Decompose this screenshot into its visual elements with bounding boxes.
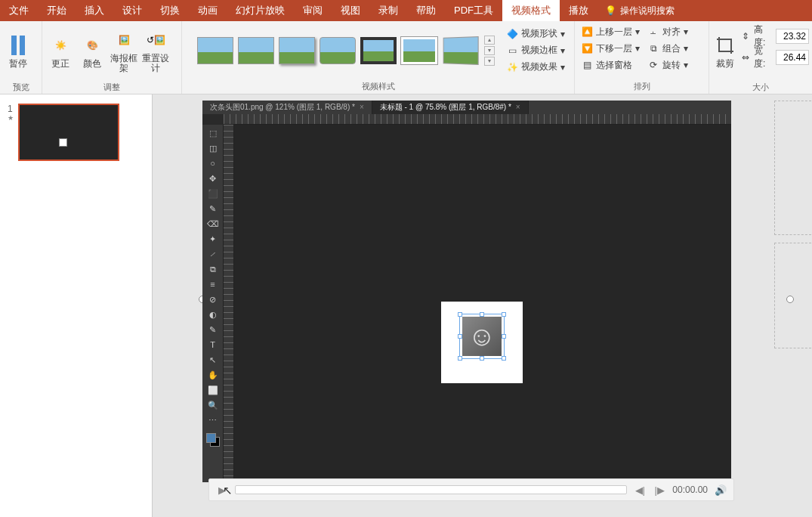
ps-tool-hand[interactable]: ✋ bbox=[205, 368, 221, 382]
ps-canvas[interactable] bbox=[234, 125, 731, 482]
ps-tool-text[interactable]: T bbox=[205, 338, 221, 351]
style-thumb-5[interactable] bbox=[360, 37, 397, 64]
slide-thumbnail-1[interactable] bbox=[18, 104, 119, 161]
ps-tool-pen[interactable]: ✎ bbox=[205, 323, 221, 336]
menu-home[interactable]: 开始 bbox=[38, 0, 76, 21]
style-thumb-1[interactable] bbox=[197, 37, 233, 64]
placeholder-box[interactable] bbox=[774, 243, 812, 348]
ps-tab-bar: 次条头图01.png @ 121% (图层 1, RGB/8) *× 未标题 -… bbox=[202, 101, 731, 114]
menu-transition[interactable]: 切换 bbox=[151, 0, 189, 21]
send-backward-button[interactable]: 🔽 下移一层▾ bbox=[578, 40, 643, 57]
style-thumb-6[interactable] bbox=[401, 37, 437, 64]
tell-me-search[interactable]: 💡 操作说明搜索 bbox=[597, 5, 682, 17]
dropdown-icon: ▾ bbox=[560, 45, 565, 56]
dropdown-icon: ▾ bbox=[560, 62, 565, 73]
ps-tool-blur[interactable]: ◐ bbox=[205, 308, 221, 321]
svg-rect-0 bbox=[11, 36, 17, 55]
ps-tool-crop[interactable]: ⬛ bbox=[205, 187, 221, 200]
ps-tab-2[interactable]: 未标题 - 1 @ 75.8% (图层 1, RGB/8#) *× bbox=[372, 101, 529, 114]
ps-tool-marquee[interactable]: ◫ bbox=[205, 141, 221, 155]
pause-button[interactable]: 暂停 bbox=[3, 23, 33, 78]
dropdown-icon: ▾ bbox=[684, 26, 688, 37]
menu-file[interactable]: 文件 bbox=[0, 0, 38, 21]
menu-help[interactable]: 帮助 bbox=[407, 0, 445, 21]
resize-handle-right[interactable] bbox=[786, 296, 794, 303]
ps-tool-move[interactable]: ⬚ bbox=[205, 126, 221, 140]
group-label-size: 大小 bbox=[709, 80, 812, 94]
menu-insert[interactable]: 插入 bbox=[76, 0, 113, 21]
workspace: 1 ★ 次条头图01.png @ 121% (图层 1, RGB/8) *× 未… bbox=[0, 94, 812, 517]
ps-tool-zoom[interactable]: 🔍 bbox=[205, 398, 221, 412]
close-icon[interactable]: × bbox=[516, 103, 520, 111]
style-thumb-2[interactable] bbox=[238, 37, 274, 64]
corrections-button[interactable]: ☀️ 更正 bbox=[45, 23, 76, 78]
group-button[interactable]: ⧉ 组合▾ bbox=[644, 40, 691, 57]
menu-pdf[interactable]: PDF工具 bbox=[445, 0, 502, 21]
search-label: 操作说明搜索 bbox=[620, 5, 675, 17]
rotate-button[interactable]: ⟳ 旋转▾ bbox=[644, 57, 691, 73]
pause-label: 暂停 bbox=[9, 59, 27, 69]
ps-tool-more[interactable]: ⋯ bbox=[205, 413, 221, 427]
video-shape-button[interactable]: 🔷 视频形状 ▾ bbox=[503, 26, 568, 42]
color-button[interactable]: 🎨 颜色 bbox=[77, 23, 107, 78]
height-input[interactable] bbox=[776, 29, 809, 44]
align-button[interactable]: ⫠ 对齐▾ bbox=[644, 23, 691, 40]
step-back-button[interactable]: ◀| bbox=[633, 484, 647, 496]
ps-tool-history[interactable]: ⧉ bbox=[205, 262, 221, 276]
ps-tool-eraser[interactable]: ≡ bbox=[205, 277, 221, 291]
menu-slideshow[interactable]: 幻灯片放映 bbox=[227, 0, 294, 21]
menu-design[interactable]: 设计 bbox=[113, 0, 151, 21]
selection-pane-button[interactable]: ▤ 选择窗格 bbox=[578, 57, 643, 73]
selection-pane-icon: ▤ bbox=[581, 59, 593, 71]
ps-document bbox=[441, 302, 523, 383]
placeholder-box[interactable] bbox=[774, 101, 812, 235]
style-thumb-7[interactable] bbox=[443, 36, 479, 65]
menu-record[interactable]: 录制 bbox=[369, 0, 407, 21]
style-thumb-3[interactable] bbox=[279, 37, 315, 64]
step-forward-button[interactable]: |▶ bbox=[653, 484, 666, 496]
ps-tool-wand[interactable]: ✥ bbox=[205, 172, 221, 185]
ps-tool-heal[interactable]: ⌫ bbox=[205, 217, 221, 231]
ps-tool-stamp[interactable]: ⟋ bbox=[205, 247, 221, 261]
style-gallery-expand[interactable]: ▴ ▾ ▾ bbox=[483, 35, 496, 67]
ps-tab-2-label: 未标题 - 1 @ 75.8% (图层 1, RGB/8#) * bbox=[380, 103, 511, 111]
reset-design-button[interactable]: ↺🖼️ 重置设计 bbox=[140, 23, 171, 78]
ps-tool-rect[interactable]: ⬜ bbox=[205, 383, 221, 397]
menu-animation[interactable]: 动画 bbox=[189, 0, 227, 21]
group-label-styles: 视频样式 bbox=[182, 79, 574, 94]
ps-tab-1[interactable]: 次条头图01.png @ 121% (图层 1, RGB/8) *× bbox=[202, 101, 372, 114]
ribbon-group-adjust: ☀️ 更正 🎨 颜色 🖼️ 海报框 架 ↺🖼️ 重置设计 调整 bbox=[42, 21, 182, 94]
menu-video-format[interactable]: 视频格式 bbox=[502, 0, 560, 21]
video-shape-label: 视频形状 bbox=[521, 27, 557, 40]
poster-label: 海报框 架 bbox=[110, 54, 137, 73]
menu-review[interactable]: 审阅 bbox=[294, 0, 332, 21]
ps-transform-box[interactable] bbox=[459, 314, 505, 359]
menu-playback[interactable]: 播放 bbox=[560, 0, 597, 21]
ps-color-swatch[interactable] bbox=[206, 433, 220, 447]
menu-view[interactable]: 视图 bbox=[332, 0, 369, 21]
play-button[interactable]: ▶ bbox=[215, 484, 229, 496]
bring-forward-button[interactable]: 🔼 上移一层▾ bbox=[578, 23, 643, 40]
style-thumb-4[interactable] bbox=[320, 37, 356, 64]
width-icon: ⇔ bbox=[740, 51, 752, 63]
width-input[interactable] bbox=[776, 50, 809, 65]
close-icon[interactable]: × bbox=[360, 103, 364, 111]
width-label: 宽度: bbox=[754, 45, 773, 70]
align-label: 对齐 bbox=[662, 26, 681, 39]
group-label-arrange: 排列 bbox=[575, 79, 709, 94]
scroll-up-icon: ▴ bbox=[484, 36, 495, 45]
video-border-button[interactable]: ▭ 视频边框 ▾ bbox=[503, 42, 568, 59]
volume-button[interactable]: 🔊 bbox=[714, 484, 727, 496]
dropdown-icon: ▾ bbox=[635, 43, 640, 54]
seek-track[interactable] bbox=[235, 485, 627, 494]
video-object[interactable]: 次条头图01.png @ 121% (图层 1, RGB/8) *× 未标题 -… bbox=[202, 101, 743, 501]
ps-tool-gradient[interactable]: ⊘ bbox=[205, 293, 221, 306]
slide-canvas[interactable]: 次条头图01.png @ 121% (图层 1, RGB/8) *× 未标题 -… bbox=[153, 94, 812, 517]
crop-button[interactable]: 裁剪 bbox=[712, 23, 739, 78]
video-effects-button[interactable]: ✨ 视频效果 ▾ bbox=[503, 59, 568, 76]
poster-frame-button[interactable]: 🖼️ 海报框 架 bbox=[109, 23, 139, 78]
ps-tool-brush[interactable]: ✦ bbox=[205, 232, 221, 246]
ps-tool-path[interactable]: ↖ bbox=[205, 353, 221, 367]
ps-tool-lasso[interactable]: ○ bbox=[205, 156, 221, 170]
ps-tool-eyedrop[interactable]: ✎ bbox=[205, 202, 221, 215]
